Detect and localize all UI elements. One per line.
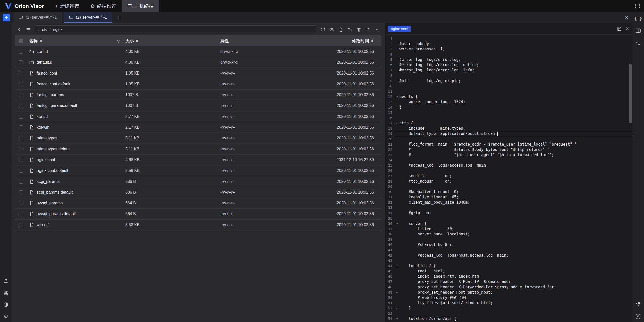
file-name[interactable]: uwsgi_params.default <box>37 212 76 216</box>
list-view-button[interactable] <box>24 25 33 34</box>
code-line[interactable]: 21 #log_format main '$remote_addr - $rem… <box>385 142 632 147</box>
fold-chevron-icon[interactable]: › <box>394 306 399 311</box>
filter-icon[interactable] <box>116 39 121 43</box>
file-name[interactable]: koi-utf <box>37 114 48 119</box>
file-name[interactable]: fastcgi_params <box>37 93 64 97</box>
refresh-button[interactable] <box>318 25 327 34</box>
tab-server-prod-1[interactable]: (1) server-生产-1 <box>14 12 62 23</box>
code-line[interactable]: 44› location / { <box>385 263 632 269</box>
code-line[interactable]: 24 <box>385 158 632 163</box>
code-line[interactable]: 54› location /orion/api { <box>385 316 632 321</box>
code-text[interactable]: root html; <box>399 269 445 274</box>
code-text[interactable]: proxy_set_header Host $http_host; <box>399 290 493 295</box>
file-row[interactable]: default.d 4.00 KB drwxr-xr-x 2020-11-01 … <box>15 57 381 68</box>
row-checkbox[interactable] <box>19 115 23 119</box>
file-row[interactable]: fastcgi.conf 1.05 KB -rw-r--r-- 2020-11-… <box>15 68 381 79</box>
fold-chevron-icon[interactable]: › <box>394 263 399 269</box>
code-line[interactable]: 43 <box>385 258 632 263</box>
code-text[interactable]: keepalive_timeout 65; <box>399 195 459 200</box>
code-text[interactable]: default_type application/octet-stream; <box>399 131 498 136</box>
code-line[interactable]: 51 try_files $uri $uri/ /index.html; <box>385 300 632 306</box>
file-name[interactable]: win-utf <box>37 223 49 227</box>
code-text[interactable]: client_max_body_size 1048m; <box>399 200 470 205</box>
file-row[interactable]: scgi_params 636 B -rw-r--r-- 2020-11-01 … <box>15 176 381 187</box>
row-checkbox[interactable] <box>19 180 23 184</box>
code-line[interactable]: 7#error_log logs/error.log info; <box>385 68 632 73</box>
file-name[interactable]: koi-win <box>37 125 49 130</box>
code-line[interactable]: 4 <box>385 52 632 57</box>
fold-chevron-icon[interactable]: › <box>394 221 399 226</box>
row-checkbox[interactable] <box>19 190 23 194</box>
file-row[interactable]: mime.types 5.11 KB -rw-r--r-- 2020-11-01… <box>15 133 381 144</box>
row-checkbox[interactable] <box>19 169 23 173</box>
code-text[interactable]: events { <box>399 94 418 99</box>
sort-mtime-icon[interactable] <box>371 39 374 43</box>
code-text[interactable]: #access_log logs/access.log main; <box>399 163 488 168</box>
path-root[interactable]: / <box>38 27 39 32</box>
code-line[interactable]: 1 <box>385 36 632 41</box>
column-mtime-label[interactable]: 修改时间 <box>352 38 369 44</box>
file-name[interactable]: conf.d <box>37 49 48 54</box>
code-line[interactable]: 50 # web history 模式 404 <box>385 295 632 300</box>
file-name[interactable]: fastcgi.conf <box>37 71 57 76</box>
editor-code[interactable]: 12#user nobody;3worker_processes 1;45#er… <box>385 36 632 321</box>
file-row[interactable]: koi-utf 2.77 KB -rw-r--r-- 2020-11-01 10… <box>15 111 381 122</box>
column-size-label[interactable]: 大小 <box>125 38 134 44</box>
code-text[interactable]: } <box>399 306 411 311</box>
code-text[interactable]: server_name localhost; <box>399 232 470 237</box>
code-line[interactable]: 13 worker_connections 1024; <box>385 99 632 105</box>
fold-chevron-icon[interactable]: › <box>394 290 399 295</box>
download-button[interactable] <box>373 25 381 34</box>
code-line[interactable]: 20 <box>385 136 632 142</box>
new-tab-button[interactable]: + <box>3 14 10 21</box>
code-line[interactable]: 53 <box>385 311 632 316</box>
file-row[interactable]: scgi_params.default 636 B -rw-r--r-- 202… <box>15 187 381 198</box>
file-name[interactable]: default.d <box>37 60 52 65</box>
code-text[interactable]: # '$status $body_bytes_sent "$http_refer… <box>399 147 549 152</box>
code-line[interactable]: 19 default_type application/octet-stream… <box>385 131 632 136</box>
code-line[interactable]: 3worker_processes 1; <box>385 47 632 52</box>
file-row[interactable]: uwsgi_params.default 664 B -rw-r--r-- 20… <box>15 209 381 220</box>
code-text[interactable]: #keepalive_timeout 0; <box>399 189 459 195</box>
code-line[interactable]: 8 <box>385 73 632 78</box>
fullscreen-button[interactable] <box>634 3 640 9</box>
code-text[interactable]: #access_log logs/host.access.log main; <box>399 253 508 258</box>
row-checkbox[interactable] <box>19 125 23 129</box>
file-name[interactable]: uwsgi_params <box>37 201 63 205</box>
code-line[interactable]: 2#user nobody; <box>385 41 632 47</box>
code-text[interactable]: sendfile on; <box>399 173 452 179</box>
row-checkbox[interactable] <box>19 50 23 54</box>
code-line[interactable]: 25 #access_log logs/access.log main; <box>385 163 632 168</box>
sort-size-icon[interactable] <box>135 39 139 43</box>
row-checkbox[interactable] <box>19 158 23 162</box>
file-name[interactable]: fastcgi.conf.default <box>37 82 70 86</box>
select-all-checkbox[interactable] <box>19 39 23 43</box>
file-name[interactable]: scgi_params <box>37 179 60 184</box>
code-line[interactable]: 14} <box>385 105 632 110</box>
code-line[interactable]: 15 <box>385 110 632 115</box>
menu-terminal-settings[interactable]: ⚙ 终端设置 <box>85 0 122 12</box>
code-line[interactable]: 45 root html; <box>385 269 632 274</box>
code-line[interactable]: 6#error_log logs/error.log notice; <box>385 62 632 68</box>
code-text[interactable]: include mime.types; <box>399 126 465 131</box>
file-name[interactable]: mime.types <box>37 136 57 140</box>
fold-chevron-icon[interactable]: › <box>394 316 399 321</box>
code-text[interactable]: #error_log logs/error.log notice; <box>399 62 479 68</box>
new-file-button[interactable] <box>337 25 345 34</box>
path-segment-nginx[interactable]: nginx <box>53 27 62 32</box>
code-line[interactable]: 49› proxy_set_header Host $http_host; <box>385 290 632 295</box>
code-line[interactable]: 39 <box>385 237 632 242</box>
code-line[interactable]: 27 sendfile on; <box>385 173 632 179</box>
code-line[interactable]: 23 # '"$http_user_agent" "$http_x_forwar… <box>385 152 632 158</box>
code-text[interactable]: location /orion/api { <box>399 316 456 321</box>
path-segment-etc[interactable]: etc <box>42 27 47 32</box>
send-command-button[interactable] <box>635 301 641 307</box>
file-row[interactable]: nginx.conf 4.68 KB -rw-r--r-- 2024-12-10… <box>15 155 381 165</box>
file-name[interactable]: nginx.conf <box>37 158 55 162</box>
code-line[interactable]: 33 <box>385 205 632 210</box>
menu-new-connection[interactable]: + 新建连接 <box>49 0 85 12</box>
code-text[interactable]: #error_log logs/error.log; <box>399 57 461 62</box>
code-text[interactable]: #pid logs/nginx.pid; <box>399 78 461 84</box>
file-row[interactable]: nginx.conf.default 2.59 KB -rw-r--r-- 20… <box>15 165 381 176</box>
column-name-label[interactable]: 名称 <box>29 38 38 44</box>
